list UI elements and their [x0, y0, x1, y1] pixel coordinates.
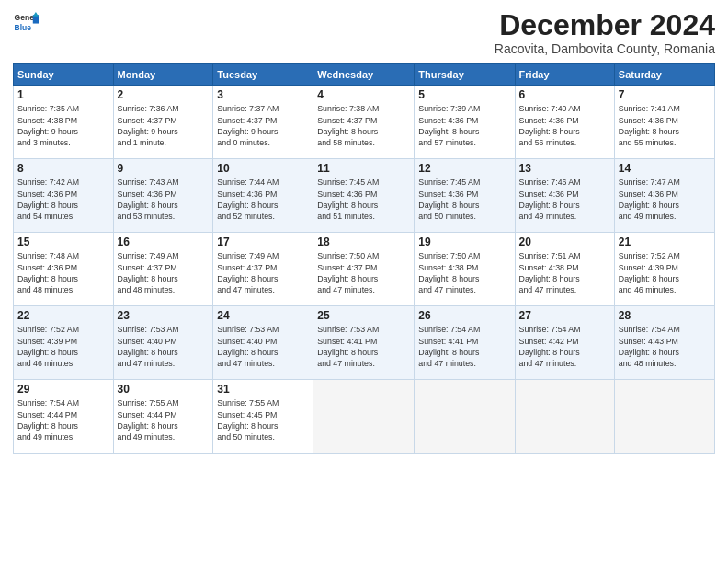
calendar-cell: 31Sunrise: 7:55 AMSunset: 4:45 PMDayligh…: [213, 380, 313, 454]
logo-icon: General Blue: [13, 9, 39, 35]
day-info: Sunrise: 7:36 AMSunset: 4:37 PMDaylight:…: [118, 103, 210, 148]
calendar-cell: 12Sunrise: 7:45 AMSunset: 4:36 PMDayligh…: [415, 159, 515, 233]
day-number: 16: [118, 236, 210, 248]
day-number: 22: [17, 309, 109, 322]
logo: General Blue: [13, 9, 42, 35]
calendar-cell: 7Sunrise: 7:41 AMSunset: 4:36 PMDaylight…: [614, 86, 714, 159]
calendar-row: 29Sunrise: 7:54 AMSunset: 4:44 PMDayligh…: [14, 380, 715, 454]
day-number: 1: [17, 88, 109, 101]
col-friday: Friday: [515, 64, 614, 86]
day-number: 24: [217, 309, 309, 322]
day-number: 6: [519, 88, 610, 101]
calendar-cell: 18Sunrise: 7:50 AMSunset: 4:37 PMDayligh…: [313, 233, 415, 306]
day-number: 15: [17, 236, 109, 248]
day-info: Sunrise: 7:38 AMSunset: 4:37 PMDaylight:…: [317, 103, 410, 148]
calendar-cell: 3Sunrise: 7:37 AMSunset: 4:37 PMDaylight…: [213, 86, 313, 159]
title-block: December 2024 Racovita, Dambovita County…: [495, 9, 715, 56]
day-info: Sunrise: 7:45 AMSunset: 4:36 PMDaylight:…: [418, 177, 510, 222]
day-number: 5: [418, 88, 510, 101]
day-number: 11: [317, 162, 410, 175]
day-info: Sunrise: 7:45 AMSunset: 4:36 PMDaylight:…: [317, 177, 410, 222]
calendar-cell: 11Sunrise: 7:45 AMSunset: 4:36 PMDayligh…: [313, 159, 415, 233]
day-number: 13: [519, 162, 610, 175]
calendar-row: 1Sunrise: 7:35 AMSunset: 4:38 PMDaylight…: [14, 86, 715, 159]
day-info: Sunrise: 7:52 AMSunset: 4:39 PMDaylight:…: [619, 250, 711, 295]
calendar-cell: 26Sunrise: 7:54 AMSunset: 4:41 PMDayligh…: [415, 306, 515, 380]
calendar-cell: 24Sunrise: 7:53 AMSunset: 4:40 PMDayligh…: [213, 306, 313, 380]
day-number: 8: [17, 162, 109, 175]
calendar-table: Sunday Monday Tuesday Wednesday Thursday…: [13, 63, 715, 454]
day-info: Sunrise: 7:50 AMSunset: 4:37 PMDaylight:…: [317, 250, 410, 295]
calendar-cell: 4Sunrise: 7:38 AMSunset: 4:37 PMDaylight…: [313, 86, 415, 159]
col-wednesday: Wednesday: [313, 64, 415, 86]
svg-text:Blue: Blue: [15, 23, 32, 32]
calendar-row: 15Sunrise: 7:48 AMSunset: 4:36 PMDayligh…: [14, 233, 715, 306]
calendar-body: 1Sunrise: 7:35 AMSunset: 4:38 PMDaylight…: [14, 86, 715, 454]
day-number: 21: [619, 236, 711, 248]
calendar-cell: 22Sunrise: 7:52 AMSunset: 4:39 PMDayligh…: [14, 306, 114, 380]
calendar-cell: 30Sunrise: 7:55 AMSunset: 4:44 PMDayligh…: [113, 380, 213, 454]
day-info: Sunrise: 7:51 AMSunset: 4:38 PMDaylight:…: [519, 250, 610, 295]
day-number: 14: [619, 162, 711, 175]
day-info: Sunrise: 7:53 AMSunset: 4:40 PMDaylight:…: [118, 324, 210, 369]
page-container: General Blue December 2024 Racovita, Dam…: [0, 0, 728, 563]
day-number: 31: [217, 383, 309, 396]
day-info: Sunrise: 7:49 AMSunset: 4:37 PMDaylight:…: [217, 250, 309, 295]
day-info: Sunrise: 7:53 AMSunset: 4:41 PMDaylight:…: [317, 324, 410, 369]
calendar-cell: [515, 380, 614, 454]
col-thursday: Thursday: [415, 64, 515, 86]
day-number: 20: [519, 236, 610, 248]
day-info: Sunrise: 7:39 AMSunset: 4:36 PMDaylight:…: [418, 103, 510, 148]
calendar-cell: 6Sunrise: 7:40 AMSunset: 4:36 PMDaylight…: [515, 86, 614, 159]
day-info: Sunrise: 7:49 AMSunset: 4:37 PMDaylight:…: [118, 250, 210, 295]
calendar-row: 22Sunrise: 7:52 AMSunset: 4:39 PMDayligh…: [14, 306, 715, 380]
day-number: 30: [118, 383, 210, 396]
calendar-row: 8Sunrise: 7:42 AMSunset: 4:36 PMDaylight…: [14, 159, 715, 233]
calendar-cell: 21Sunrise: 7:52 AMSunset: 4:39 PMDayligh…: [614, 233, 714, 306]
day-info: Sunrise: 7:41 AMSunset: 4:36 PMDaylight:…: [619, 103, 711, 148]
day-info: Sunrise: 7:55 AMSunset: 4:44 PMDaylight:…: [118, 397, 210, 442]
calendar-cell: [415, 380, 515, 454]
day-number: 26: [418, 309, 510, 322]
day-info: Sunrise: 7:44 AMSunset: 4:36 PMDaylight:…: [217, 177, 309, 222]
calendar-cell: 13Sunrise: 7:46 AMSunset: 4:36 PMDayligh…: [515, 159, 614, 233]
day-info: Sunrise: 7:47 AMSunset: 4:36 PMDaylight:…: [619, 177, 711, 222]
day-number: 2: [118, 88, 210, 101]
day-info: Sunrise: 7:43 AMSunset: 4:36 PMDaylight:…: [118, 177, 210, 222]
calendar-cell: 27Sunrise: 7:54 AMSunset: 4:42 PMDayligh…: [515, 306, 614, 380]
calendar-cell: 23Sunrise: 7:53 AMSunset: 4:40 PMDayligh…: [113, 306, 213, 380]
day-info: Sunrise: 7:52 AMSunset: 4:39 PMDaylight:…: [17, 324, 109, 369]
day-info: Sunrise: 7:53 AMSunset: 4:40 PMDaylight:…: [217, 324, 309, 369]
day-number: 28: [619, 309, 711, 322]
calendar-cell: 20Sunrise: 7:51 AMSunset: 4:38 PMDayligh…: [515, 233, 614, 306]
calendar-cell: 10Sunrise: 7:44 AMSunset: 4:36 PMDayligh…: [213, 159, 313, 233]
calendar-cell: 9Sunrise: 7:43 AMSunset: 4:36 PMDaylight…: [113, 159, 213, 233]
calendar-cell: 8Sunrise: 7:42 AMSunset: 4:36 PMDaylight…: [14, 159, 114, 233]
day-number: 4: [317, 88, 410, 101]
day-info: Sunrise: 7:37 AMSunset: 4:37 PMDaylight:…: [217, 103, 309, 148]
calendar-cell: 14Sunrise: 7:47 AMSunset: 4:36 PMDayligh…: [614, 159, 714, 233]
day-info: Sunrise: 7:54 AMSunset: 4:42 PMDaylight:…: [519, 324, 610, 369]
col-tuesday: Tuesday: [213, 64, 313, 86]
calendar-cell: 29Sunrise: 7:54 AMSunset: 4:44 PMDayligh…: [14, 380, 114, 454]
month-title: December 2024: [495, 9, 715, 41]
day-number: 3: [217, 88, 309, 101]
calendar-cell: 25Sunrise: 7:53 AMSunset: 4:41 PMDayligh…: [313, 306, 415, 380]
calendar-cell: 28Sunrise: 7:54 AMSunset: 4:43 PMDayligh…: [614, 306, 714, 380]
day-number: 29: [17, 383, 109, 396]
day-number: 23: [118, 309, 210, 322]
day-number: 18: [317, 236, 410, 248]
calendar-cell: 15Sunrise: 7:48 AMSunset: 4:36 PMDayligh…: [14, 233, 114, 306]
day-number: 10: [217, 162, 309, 175]
day-number: 19: [418, 236, 510, 248]
col-sunday: Sunday: [14, 64, 114, 86]
day-info: Sunrise: 7:54 AMSunset: 4:43 PMDaylight:…: [619, 324, 711, 369]
day-info: Sunrise: 7:50 AMSunset: 4:38 PMDaylight:…: [418, 250, 510, 295]
day-info: Sunrise: 7:40 AMSunset: 4:36 PMDaylight:…: [519, 103, 610, 148]
calendar-cell: [614, 380, 714, 454]
calendar-cell: 16Sunrise: 7:49 AMSunset: 4:37 PMDayligh…: [113, 233, 213, 306]
day-info: Sunrise: 7:35 AMSunset: 4:38 PMDaylight:…: [17, 103, 109, 148]
calendar-cell: 1Sunrise: 7:35 AMSunset: 4:38 PMDaylight…: [14, 86, 114, 159]
calendar-cell: 5Sunrise: 7:39 AMSunset: 4:36 PMDaylight…: [415, 86, 515, 159]
calendar-cell: 17Sunrise: 7:49 AMSunset: 4:37 PMDayligh…: [213, 233, 313, 306]
